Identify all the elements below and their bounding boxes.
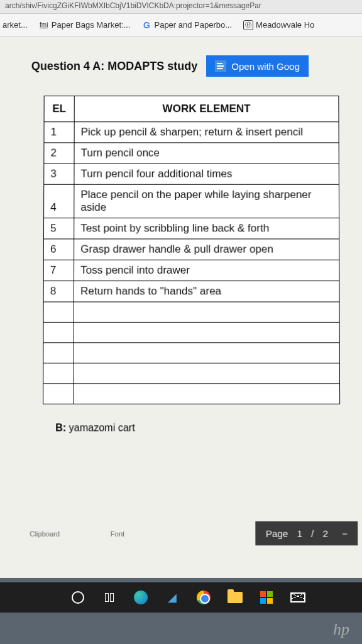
bookmark-paper-paperbo[interactable]: G Paper and Paperbo... — [141, 20, 232, 30]
cell-text: Turn pencil four additional times — [74, 164, 339, 184]
table-row-empty — [43, 363, 340, 383]
page-current: 1 — [297, 528, 302, 539]
cell-text: Place pencil on the paper while laying s… — [74, 184, 339, 218]
table-row: 4Place pencil on the paper while laying … — [44, 184, 339, 218]
open-with-label: Open with Goog — [231, 61, 300, 72]
cell-el: 8 — [43, 281, 74, 302]
file-explorer-icon[interactable] — [226, 589, 244, 606]
taskbar: ◢ — [0, 582, 362, 613]
table-row: 2Turn pencil once — [44, 143, 339, 164]
cell-text: Grasp drawer handle & pull drawer open — [74, 239, 339, 260]
cell-el: 2 — [44, 143, 74, 164]
table-row-empty — [43, 343, 340, 363]
google-docs-icon — [215, 60, 226, 72]
ribbon-clipboard[interactable]: Clipboard — [30, 530, 60, 538]
cell-text: Test point by scribbling line back & for… — [74, 218, 339, 239]
table-row: 1Pick up pencil & sharpen; return & inse… — [44, 122, 339, 143]
ribbon-fragment: Clipboard Font — [30, 530, 124, 538]
page-label: Page — [266, 528, 288, 539]
header-el: EL — [44, 96, 74, 122]
cell-el: 1 — [44, 122, 74, 143]
page-minus-icon[interactable]: − — [342, 528, 348, 539]
section-b-label: B: — [55, 422, 66, 433]
cell-text: Toss pencil into drawer — [74, 260, 339, 280]
cell-el: 4 — [44, 184, 74, 218]
bookmark-label: Meadowvale Ho — [256, 20, 314, 30]
table-row: 7Toss pencil into drawer — [43, 260, 339, 280]
page-indicator[interactable]: Page 1 / 2 − — [256, 521, 358, 545]
section-b-text: yamazomi cart — [69, 422, 135, 433]
cell-el: 6 — [43, 239, 74, 260]
page-total: 2 — [322, 528, 327, 539]
bookmark-arket[interactable]: arket... — [3, 20, 28, 30]
hp-logo: hp — [333, 620, 349, 639]
bookmark-label: Paper Bags Market:... — [52, 20, 131, 30]
honda-icon: Ⓗ — [243, 20, 253, 30]
app-icon[interactable]: ◢ — [163, 589, 181, 606]
open-with-button[interactable]: Open with Goog — [206, 55, 309, 77]
page-sep: / — [311, 528, 314, 539]
table-row-empty — [43, 322, 339, 342]
question-title: Question 4 A: MODAPTS study — [31, 60, 198, 73]
header-work-element: WORK ELEMENT — [74, 96, 339, 122]
bookmark-label: arket... — [3, 20, 28, 30]
ribbon-font[interactable]: Font — [111, 530, 124, 538]
edge-icon[interactable] — [132, 589, 150, 606]
table-row-empty — [43, 384, 340, 404]
table-row-empty — [43, 302, 339, 322]
cell-text: Return hands to "hands" area — [74, 281, 339, 302]
table-row: 3Turn pencil four additional times — [44, 164, 339, 184]
modapts-table: EL WORK ELEMENT 1Pick up pencil & sharpe… — [43, 96, 340, 404]
section-b: B: yamazomi cart — [55, 422, 362, 433]
cell-text: Turn pencil once — [74, 143, 339, 164]
table-row: 5Test point by scribbling line back & fo… — [43, 218, 339, 239]
cell-el: 7 — [43, 260, 74, 280]
table-row: 6Grasp drawer handle & pull drawer open — [43, 239, 339, 260]
google-icon: G — [141, 20, 151, 30]
bookmark-paper-bags[interactable]: fmi Paper Bags Market:... — [39, 20, 131, 30]
fmi-icon: fmi — [39, 20, 49, 30]
mail-icon[interactable] — [289, 589, 307, 606]
document-content: Question 4 A: MODAPTS study Open with Go… — [0, 36, 362, 578]
cell-el: 5 — [43, 218, 74, 239]
taskview-icon[interactable] — [101, 589, 118, 606]
chrome-icon[interactable] — [195, 589, 212, 606]
cell-text: Pick up pencil & sharpen; return & inser… — [74, 122, 339, 143]
address-bar[interactable]: arch/shiv/FivicgZGiKFIWbMXIbCbjV1biDVICK… — [0, 0, 362, 14]
cortana-icon[interactable] — [69, 589, 87, 606]
bookmark-meadowvale[interactable]: Ⓗ Meadowvale Ho — [243, 20, 314, 30]
table-row: 8Return hands to "hands" area — [43, 281, 339, 302]
ms-store-icon[interactable] — [258, 589, 275, 606]
bookmarks-bar: arket... fmi Paper Bags Market:... G Pap… — [0, 14, 362, 36]
cell-el: 3 — [44, 164, 74, 184]
bookmark-label: Paper and Paperbo... — [154, 20, 232, 30]
